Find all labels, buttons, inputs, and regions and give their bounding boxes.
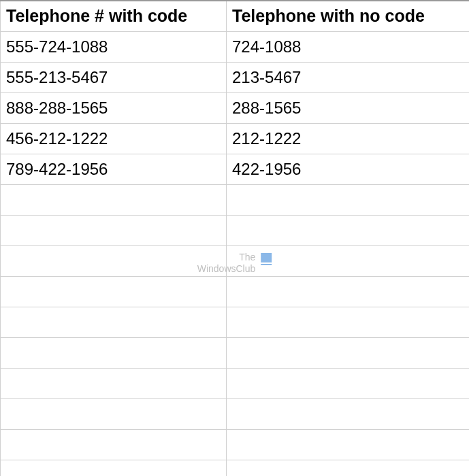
cell-a[interactable]: 555-213-5467 — [1, 62, 227, 92]
table-body: 555-724-1088724-1088555-213-5467213-5467… — [1, 31, 470, 476]
cell-a[interactable]: 555-724-1088 — [1, 31, 227, 62]
cell-b[interactable]: 724-1088 — [227, 31, 470, 62]
cell-a[interactable]: 789-422-1956 — [1, 154, 227, 184]
table-row — [1, 429, 470, 460]
table-row — [1, 307, 470, 337]
cell-a[interactable]: 888-288-1565 — [1, 92, 227, 123]
cell-b[interactable] — [227, 307, 470, 337]
cell-b[interactable]: 212-1222 — [227, 123, 470, 154]
header-cell-b[interactable]: Telephone with no code — [227, 1, 470, 31]
cell-a[interactable] — [1, 215, 227, 245]
cell-a[interactable] — [1, 368, 227, 398]
table-row: 789-422-1956422-1956 — [1, 154, 470, 184]
cell-b[interactable]: 213-5467 — [227, 62, 470, 92]
table-row — [1, 337, 470, 368]
table-row: 555-724-1088724-1088 — [1, 31, 470, 62]
table-row — [1, 460, 470, 476]
cell-b[interactable] — [227, 429, 470, 460]
cell-a[interactable] — [1, 398, 227, 429]
cell-b[interactable]: 288-1565 — [227, 92, 470, 123]
table-row — [1, 276, 470, 307]
cell-a[interactable] — [1, 307, 227, 337]
table-row — [1, 215, 470, 245]
cell-b[interactable] — [227, 337, 470, 368]
table-row — [1, 245, 470, 276]
table-row — [1, 398, 470, 429]
cell-b[interactable] — [227, 245, 470, 276]
cell-b[interactable] — [227, 276, 470, 307]
cell-b[interactable] — [227, 398, 470, 429]
cell-a[interactable] — [1, 337, 227, 368]
cell-b[interactable] — [227, 184, 470, 215]
table-row — [1, 184, 470, 215]
cell-b[interactable] — [227, 368, 470, 398]
table-row: 456-212-1222212-1222 — [1, 123, 470, 154]
cell-b[interactable] — [227, 215, 470, 245]
cell-a[interactable] — [1, 245, 227, 276]
cell-a[interactable] — [1, 460, 227, 476]
cell-b[interactable]: 422-1956 — [227, 154, 470, 184]
cell-b[interactable] — [227, 460, 470, 476]
header-cell-a[interactable]: Telephone # with code — [1, 1, 227, 31]
cell-a[interactable]: 456-212-1222 — [1, 123, 227, 154]
cell-a[interactable] — [1, 184, 227, 215]
table-row: 888-288-1565288-1565 — [1, 92, 470, 123]
table-row: 555-213-5467213-5467 — [1, 62, 470, 92]
header-row: Telephone # with code Telephone with no … — [1, 1, 470, 31]
cell-a[interactable] — [1, 276, 227, 307]
table-row — [1, 368, 470, 398]
cell-a[interactable] — [1, 429, 227, 460]
spreadsheet-table: Telephone # with code Telephone with no … — [0, 0, 469, 476]
